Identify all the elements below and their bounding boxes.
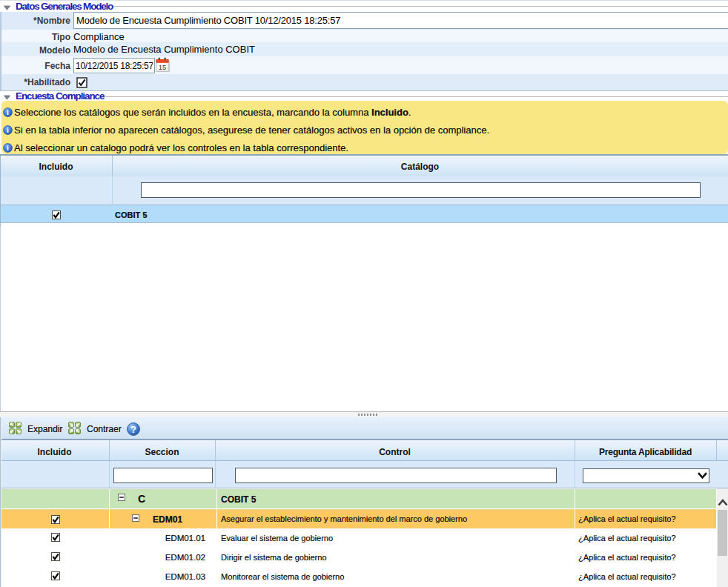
svg-text:?: ? xyxy=(130,424,136,435)
svg-text:i: i xyxy=(7,108,9,116)
svg-text:i: i xyxy=(7,126,9,134)
svg-text:i: i xyxy=(7,144,9,152)
svg-text:15: 15 xyxy=(159,63,167,71)
